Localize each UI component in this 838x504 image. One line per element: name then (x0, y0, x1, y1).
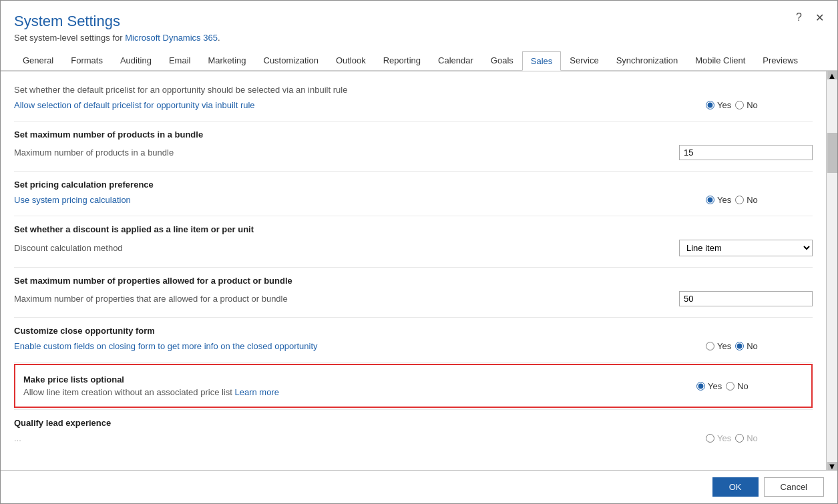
system-settings-dialog: ? ✕ System Settings Set system-level set… (0, 0, 838, 504)
close-opp-no-option[interactable]: No (735, 341, 758, 351)
discount-select[interactable]: Line item Per unit (679, 240, 813, 256)
qualify-no-radio[interactable] (735, 434, 744, 443)
tab-email[interactable]: Email (160, 51, 200, 70)
dialog-subtitle: Set system-level settings for Microsoft … (14, 33, 824, 43)
tab-bar: General Formats Auditing Email Marketing… (14, 51, 824, 70)
close-opp-row: Enable custom fields on closing form to … (14, 338, 813, 354)
pricing-no-label: No (747, 195, 758, 205)
price-lists-label-row: Allow line item creation without an asso… (23, 387, 696, 397)
bundle-input[interactable] (679, 145, 813, 160)
clipped-radio-group: Yes No (706, 100, 813, 110)
discount-section: Set whether a discount is applied as a l… (14, 216, 813, 268)
content-area: Set whether the default pricelist for an… (1, 71, 837, 470)
clipped-no-option[interactable]: No (735, 100, 758, 110)
qualify-yes-radio[interactable] (706, 434, 714, 443)
dialog-title: System Settings (14, 13, 824, 30)
scroll-down-button[interactable]: ▼ (827, 462, 837, 470)
close-opp-section: Customize close opportunity form Enable … (14, 318, 813, 362)
scrollbar-thumb[interactable] (827, 133, 837, 173)
discount-row: Discount calculation method Line item Pe… (14, 237, 813, 259)
price-lists-no-option[interactable]: No (726, 381, 749, 391)
price-lists-title: Make price lists optional (23, 374, 696, 385)
tab-goals[interactable]: Goals (482, 51, 522, 70)
price-lists-no-label: No (737, 381, 749, 391)
tab-sales[interactable]: Sales (522, 51, 562, 71)
clipped-yes-radio[interactable] (706, 101, 714, 109)
price-lists-no-radio[interactable] (726, 382, 735, 391)
close-opp-yes-option[interactable]: Yes (706, 341, 731, 351)
tab-service[interactable]: Service (561, 51, 607, 70)
tab-mobile-client[interactable]: Mobile Client (686, 51, 754, 70)
close-button[interactable]: ✕ (811, 10, 828, 25)
clipped-row: Allow selection of default pricelist for… (14, 97, 813, 113)
scroll-up-button[interactable]: ▲ (827, 71, 837, 79)
properties-section: Set maximum number of properties allowed… (14, 268, 813, 318)
settings-panel: Set whether the default pricelist for an… (1, 71, 826, 470)
price-lists-radio-group: Yes No (696, 381, 803, 391)
tab-outlook[interactable]: Outlook (327, 51, 375, 70)
tab-previews[interactable]: Previews (754, 51, 807, 70)
clipped-yes-option[interactable]: Yes (706, 100, 731, 110)
dialog-footer: OK Cancel (1, 470, 837, 503)
qualify-lead-label: ... (14, 433, 706, 443)
qualify-no-label: No (747, 433, 758, 443)
bundle-label: Maximum number of products in a bundle (14, 148, 679, 158)
pricing-no-option[interactable]: No (735, 195, 758, 205)
bundle-title: Set maximum number of products in a bund… (14, 130, 813, 140)
clipped-no-label: No (747, 100, 758, 110)
clipped-no-radio[interactable] (735, 101, 744, 109)
qualify-radio-group: Yes No (706, 433, 813, 443)
price-lists-learn-more[interactable]: Learn more (235, 387, 279, 397)
discount-label: Discount calculation method (14, 243, 679, 253)
pricing-no-radio[interactable] (735, 196, 744, 204)
help-button[interactable]: ? (792, 10, 806, 25)
subtitle-highlight: Microsoft Dynamics 365 (125, 33, 218, 43)
tab-synchronization[interactable]: Synchronization (608, 51, 687, 70)
clipped-section: Set whether the default pricelist for an… (14, 71, 813, 121)
close-opp-no-label: No (747, 341, 758, 351)
clipped-label: Allow selection of default pricelist for… (14, 100, 255, 110)
properties-title: Set maximum number of properties allowed… (14, 276, 813, 286)
dialog-controls: ? ✕ (792, 10, 828, 25)
qualify-lead-section: Qualify lead experience ... Yes No (14, 410, 813, 454)
clipped-title: Set whether the default pricelist for an… (14, 79, 813, 97)
pricing-yes-option[interactable]: Yes (706, 195, 731, 205)
close-opp-radio-group: Yes No (706, 341, 813, 351)
price-lists-yes-radio[interactable] (696, 382, 705, 391)
bundle-row: Maximum number of products in a bundle (14, 142, 813, 163)
close-opp-no-radio[interactable] (735, 342, 744, 350)
price-lists-yes-option[interactable]: Yes (696, 381, 722, 391)
tab-general[interactable]: General (14, 51, 62, 70)
properties-input[interactable] (679, 291, 813, 306)
scrollbar-track: ▲ ▼ (826, 71, 837, 470)
close-opp-yes-radio[interactable] (706, 342, 714, 350)
close-opp-title: Customize close opportunity form (14, 326, 813, 336)
properties-row: Maximum number of properties that are al… (14, 288, 813, 309)
tab-marketing[interactable]: Marketing (199, 51, 254, 70)
pricing-row: Use system pricing calculation Yes No (14, 192, 813, 208)
price-lists-content: Make price lists optional Allow line ite… (23, 374, 696, 397)
tab-auditing[interactable]: Auditing (112, 51, 160, 70)
pricing-label: Use system pricing calculation (14, 195, 706, 205)
qualify-yes-option[interactable]: Yes (706, 433, 731, 443)
bundle-section: Set maximum number of products in a bund… (14, 121, 813, 172)
scroll-content: Set whether the default pricelist for an… (1, 71, 837, 470)
qualify-lead-title: Qualify lead experience (14, 418, 813, 428)
pricing-radio-group: Yes No (706, 195, 813, 205)
close-opp-yes-label: Yes (717, 341, 731, 351)
price-lists-section: Make price lists optional Allow line ite… (14, 364, 813, 410)
tab-calendar[interactable]: Calendar (429, 51, 482, 70)
pricing-title: Set pricing calculation preference (14, 180, 813, 190)
price-lists-row: Make price lists optional Allow line ite… (23, 372, 803, 400)
tab-customization[interactable]: Customization (255, 51, 327, 70)
dialog-header: ? ✕ System Settings Set system-level set… (1, 1, 837, 71)
clipped-yes-label: Yes (717, 100, 731, 110)
qualify-no-option[interactable]: No (735, 433, 758, 443)
tab-reporting[interactable]: Reporting (375, 51, 429, 70)
pricing-yes-label: Yes (717, 195, 731, 205)
cancel-button[interactable]: Cancel (764, 477, 824, 497)
ok-button[interactable]: OK (712, 477, 759, 497)
tab-formats[interactable]: Formats (62, 51, 112, 70)
pricing-yes-radio[interactable] (706, 196, 714, 204)
price-lists-yes-label: Yes (708, 381, 722, 391)
